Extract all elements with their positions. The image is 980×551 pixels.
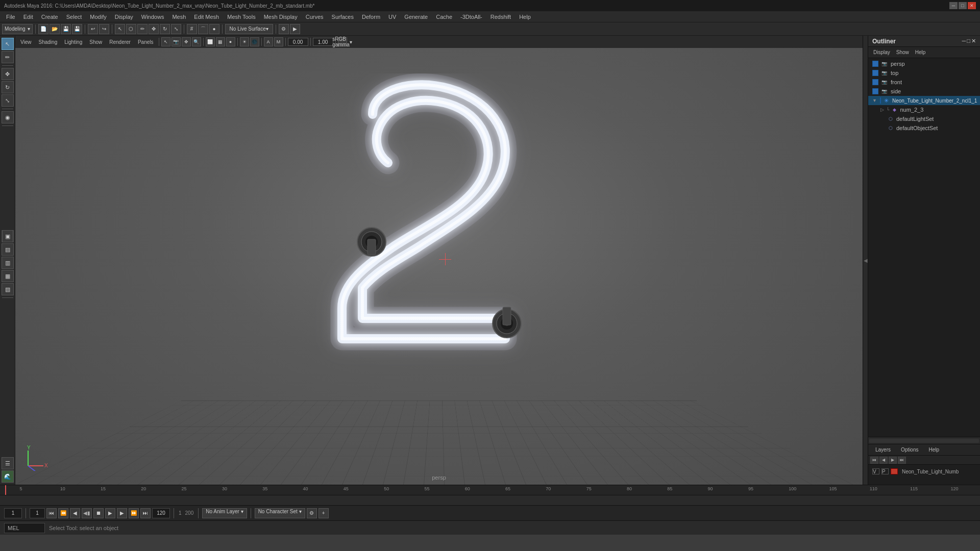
outliner-scrollbar[interactable] <box>868 437 980 444</box>
end-frame-input[interactable] <box>152 508 170 518</box>
layers-nav-prev[interactable]: ◀ <box>879 457 888 464</box>
transport-btn-play-rev[interactable]: ◀▮ <box>82 508 92 518</box>
sidebar-paint-select[interactable]: ✏ <box>2 51 14 63</box>
menu-cache[interactable]: Cache <box>432 13 456 21</box>
new-scene-button[interactable]: 📄 <box>38 24 48 34</box>
vp-aa-btn[interactable]: A <box>264 37 273 46</box>
current-frame-input[interactable] <box>4 508 22 518</box>
outliner-float-button[interactable]: □ <box>967 38 970 44</box>
vp-menu-lighting[interactable]: Lighting <box>61 38 85 46</box>
top-visibility-icon[interactable] <box>872 70 878 76</box>
scale-tool-button[interactable]: ⤡ <box>171 24 181 34</box>
open-button[interactable]: 📂 <box>50 24 60 34</box>
menu-surfaces[interactable]: Surfaces <box>328 13 358 21</box>
outliner-menu-help[interactable]: Help <box>912 48 929 56</box>
layers-menu-help[interactable]: Help <box>925 446 942 454</box>
vp-lights-btn[interactable]: ☀ <box>240 37 249 46</box>
side-visibility-icon[interactable] <box>872 88 878 94</box>
viewport-area[interactable]: View Shading Lighting Show Renderer Pane… <box>15 36 863 485</box>
menu-mesh[interactable]: Mesh <box>168 13 190 21</box>
front-visibility-icon[interactable] <box>872 79 878 85</box>
menu-curves[interactable]: Curves <box>302 13 328 21</box>
vp-menu-renderer[interactable]: Renderer <box>106 38 134 46</box>
mode-dropdown[interactable]: Modeling ▾ <box>2 24 33 34</box>
sidebar-display-1[interactable]: ▣ <box>2 230 13 242</box>
outliner-item-side[interactable]: 📷 side <box>868 87 980 96</box>
render-button[interactable]: ▶ <box>290 24 300 34</box>
vp-value1-input[interactable] <box>288 38 308 46</box>
timeline-playhead[interactable] <box>5 485 6 495</box>
menu-create[interactable]: Create <box>37 13 62 21</box>
transport-btn-play[interactable]: ▶ <box>105 508 115 518</box>
sidebar-display-5[interactable]: ▧ <box>2 283 14 295</box>
menu-mesh-display[interactable]: Mesh Display <box>260 13 302 21</box>
vp-menu-view[interactable]: View <box>17 38 35 46</box>
layers-nav-start[interactable]: ⏮ <box>870 457 878 464</box>
layers-menu-options[interactable]: Options <box>898 446 921 454</box>
close-button[interactable]: ✕ <box>968 2 976 9</box>
vp-value2-input[interactable] <box>313 38 333 46</box>
vp-motionblur-btn[interactable]: M <box>274 37 283 46</box>
outliner-item-num23[interactable]: ▷ └ ◆ num_2_3 <box>868 105 980 114</box>
outliner-close-button[interactable]: ✕ <box>971 38 976 44</box>
transport-btn-next-key[interactable]: ⏩ <box>129 508 139 518</box>
menu-redshift[interactable]: Redshift <box>486 13 515 21</box>
menu-windows[interactable]: Windows <box>137 13 168 21</box>
vp-isolate-btn[interactable]: ⬜ <box>206 37 215 46</box>
outliner-menu-display[interactable]: Display <box>870 48 893 56</box>
render-settings-button[interactable]: ⚙ <box>279 24 289 34</box>
sidebar-display-4[interactable]: ▦ <box>2 270 14 282</box>
snap-curve-button[interactable]: ⌒ <box>198 24 208 34</box>
neon-group-expand-arrow[interactable]: ▼ <box>872 98 877 103</box>
transport-btn-next-frame[interactable]: ▶ <box>117 508 127 518</box>
rotate-tool-button[interactable]: ↻ <box>160 24 170 34</box>
minimize-button[interactable]: ─ <box>949 2 958 9</box>
vp-cam-btn[interactable]: 📷 <box>172 37 181 46</box>
transport-btn-end[interactable]: ⏭ <box>140 508 151 518</box>
menu-help[interactable]: Help <box>515 13 535 21</box>
outliner-item-persp[interactable]: 📷 persp <box>868 59 980 68</box>
vp-shadow-btn[interactable]: 🌑 <box>250 37 259 46</box>
vp-gamma-dropdown[interactable]: sRGB gamma ▾ <box>338 37 347 46</box>
transport-btn-prev-frame[interactable]: ◀ <box>70 508 80 518</box>
sidebar-misc[interactable]: ☰ <box>2 457 14 469</box>
outliner-collapse-button[interactable]: ◀ <box>863 36 868 485</box>
redo-button[interactable]: ↪ <box>99 24 109 34</box>
transport-btn-stop[interactable]: ⏹ <box>93 508 104 518</box>
transport-btn-prev-key[interactable]: ⏪ <box>58 508 68 518</box>
character-set-dropdown[interactable]: No Character Set ▾ <box>255 508 305 518</box>
outliner-menu-show[interactable]: Show <box>893 48 912 56</box>
menu-select[interactable]: Select <box>62 13 86 21</box>
sidebar-scale-tool[interactable]: ⤡ <box>2 94 14 107</box>
menu-modify[interactable]: Modify <box>86 13 110 21</box>
start-frame-input[interactable] <box>30 508 45 518</box>
outliner-item-top[interactable]: 📷 top <box>868 68 980 78</box>
vp-select-btn[interactable]: ↖ <box>161 37 170 46</box>
menu-generate[interactable]: Generate <box>400 13 432 21</box>
persp-visibility-icon[interactable] <box>872 61 878 67</box>
live-surface-button[interactable]: No Live Surface ▾ <box>225 24 273 34</box>
paint-select-button[interactable]: ✏ <box>137 24 148 34</box>
vp-menu-show[interactable]: Show <box>86 38 105 46</box>
layers-menu-layers[interactable]: Layers <box>872 446 894 454</box>
vp-menu-panels[interactable]: Panels <box>135 38 157 46</box>
select-tool-button[interactable]: ↖ <box>115 24 125 34</box>
layers-nav-next[interactable]: ▶ <box>889 457 897 464</box>
outliner-item-objectset[interactable]: ⬡ defaultObjectSet <box>868 123 980 133</box>
sidebar-bottom-icon[interactable]: 🌊 <box>2 470 14 483</box>
menu-edit[interactable]: Edit <box>19 13 37 21</box>
sidebar-select-tool[interactable]: ↖ <box>2 38 14 50</box>
sidebar-move-tool[interactable]: ✥ <box>2 68 14 80</box>
move-tool-button[interactable]: ✥ <box>149 24 159 34</box>
vp-smooth-btn[interactable]: ● <box>226 37 235 46</box>
num23-expand-arrow[interactable]: ▷ <box>880 107 884 112</box>
menu-3dtall[interactable]: -3DtoAll- <box>456 13 486 21</box>
outliner-minimize-button[interactable]: ─ <box>962 38 966 44</box>
outliner-item-neon-group[interactable]: ▼ ✳ Neon_Tube_Light_Number_2_ncl1_1 <box>868 96 980 105</box>
sidebar-soft-select[interactable]: ◉ <box>2 111 14 123</box>
viewport-canvas[interactable]: X Y Z persp <box>15 48 863 485</box>
sidebar-rotate-tool[interactable]: ↻ <box>2 81 14 93</box>
menu-file[interactable]: File <box>2 13 19 21</box>
save-as-button[interactable]: 💾 <box>72 24 82 34</box>
vp-wireframe-btn[interactable]: ▦ <box>216 37 225 46</box>
